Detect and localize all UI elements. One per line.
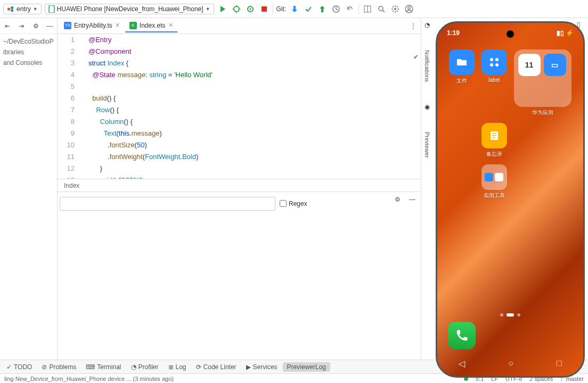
git-commit-icon[interactable]: [303, 4, 314, 14]
run-button[interactable]: [217, 4, 228, 14]
svg-point-9: [379, 6, 383, 11]
svg-point-12: [408, 6, 411, 9]
breadcrumb[interactable]: Index: [58, 179, 421, 192]
expand-icon[interactable]: ⇥: [16, 21, 27, 31]
phone-app-files[interactable]: 文件: [447, 49, 477, 116]
svg-point-15: [490, 63, 493, 66]
git-label: Git:: [276, 5, 287, 13]
gear-icon[interactable]: ⚙: [392, 194, 403, 205]
svg-point-16: [495, 63, 499, 66]
tab-menu-icon[interactable]: ⋮: [408, 21, 419, 31]
project-consoles[interactable]: and Consoles: [0, 57, 57, 68]
close-icon[interactable]: ✕: [168, 22, 173, 29]
minimize-icon[interactable]: —: [44, 21, 55, 31]
tab-label: EntryAbility.ts: [74, 22, 112, 29]
phone-dock-call[interactable]: [448, 322, 476, 349]
bell-icon[interactable]: ◔: [424, 21, 430, 29]
tab-index[interactable]: E Index.ets ✕: [125, 20, 177, 32]
recent-key-icon[interactable]: □: [557, 359, 562, 369]
search-icon[interactable]: [376, 4, 387, 14]
notifications-tab[interactable]: Notifications: [424, 50, 430, 82]
tool-todo[interactable]: ✓TODO: [2, 362, 36, 372]
right-tool-rail: ◔ Notifications ◉ Previewer: [421, 18, 432, 360]
collapse-icon[interactable]: ⇤: [2, 21, 13, 31]
inspection-ok-icon: ✔: [413, 53, 419, 61]
revert-icon[interactable]: [345, 4, 355, 14]
tab-label: Index.ets: [140, 22, 166, 29]
caret-down-icon: ▼: [206, 6, 210, 12]
profile-icon[interactable]: [404, 4, 414, 14]
tool-services[interactable]: ▶Services: [242, 362, 282, 372]
tab-entryability[interactable]: TS EntryAbility.ts ✕: [60, 20, 124, 32]
phone-time: 1:19: [447, 29, 460, 37]
phone-app-utilities[interactable]: 实用工具: [479, 164, 510, 199]
svg-point-2: [11, 9, 13, 12]
coverage-button[interactable]: [245, 4, 256, 14]
search-input[interactable]: [60, 197, 275, 211]
home-key-icon[interactable]: ○: [508, 359, 513, 369]
tool-previewerlog[interactable]: PreviewerLog: [283, 362, 330, 372]
svg-point-14: [495, 58, 499, 61]
project-pane: ⇤ ⇥ ⚙ — ~/DevEcoStudioP ibraries and Con…: [0, 18, 58, 360]
svg-rect-6: [262, 6, 267, 12]
svg-rect-3: [49, 5, 54, 13]
device-selector[interactable]: HUAWEI Phone [NewDevice_from_Huawei_Phon…: [45, 4, 214, 14]
close-icon[interactable]: ✕: [115, 22, 120, 29]
main-toolbar: entry ▼ HUAWEI Phone [NewDevice_from_Hua…: [0, 0, 588, 18]
phone-app-notes[interactable]: 备忘录: [479, 123, 510, 158]
breadcrumb-item: Index: [64, 182, 79, 189]
device-name: HUAWEI Phone [NewDevice_from_Huawei_Phon…: [57, 5, 203, 13]
regex-checkbox[interactable]: Regex: [280, 200, 307, 207]
phone-nav-keys[interactable]: ◁ ○ □: [437, 359, 583, 369]
gear-icon[interactable]: ⚙: [30, 21, 41, 31]
eye-icon[interactable]: ◉: [424, 103, 430, 111]
tool-log[interactable]: ≣Log: [164, 362, 191, 372]
tool-problems[interactable]: ⊘Problems: [37, 362, 80, 372]
regex-label: Regex: [289, 200, 307, 207]
project-libraries[interactable]: ibraries: [0, 47, 57, 57]
code-editor[interactable]: ✔ 1@Entry 2@Component 3struct Index { 4 …: [58, 34, 421, 179]
editor-tabs: TS EntryAbility.ts ✕ E Index.ets ✕ ⋮: [58, 18, 421, 34]
settings-icon[interactable]: [390, 4, 401, 14]
module-selector[interactable]: entry ▼: [3, 4, 42, 14]
phone-app-label[interactable]: label: [479, 49, 510, 116]
stop-button[interactable]: [259, 4, 270, 14]
ets-file-icon: E: [129, 22, 137, 29]
phone-folder-huawei[interactable]: 11 ▭ 华为应用: [511, 49, 574, 116]
status-message: ting New_Device_from_Huawei_Phone device…: [4, 376, 174, 382]
previewer-tab[interactable]: Previewer: [424, 132, 430, 158]
phone-screen[interactable]: 1:19 ▮▯ ⚡ 文件 label 11 ▭ 华为应用: [436, 21, 585, 378]
svg-point-0: [7, 7, 10, 10]
phone-battery-icon: ▮▯ ⚡: [557, 29, 574, 37]
project-root[interactable]: ~/DevEcoStudioP: [0, 36, 57, 47]
svg-point-1: [11, 6, 13, 9]
tool-profiler[interactable]: ◔Profiler: [127, 362, 163, 372]
minimize-icon[interactable]: —: [407, 194, 418, 205]
page-indicator: [437, 313, 583, 317]
caret-down-icon: ▼: [33, 6, 38, 12]
device-preview: ⇩ ⤴ ☆ ▯ 1:19 ▮▯ ⚡ 文件 label: [432, 18, 588, 360]
svg-point-10: [394, 8, 396, 10]
ts-file-icon: TS: [64, 22, 71, 29]
tool-terminal[interactable]: ⌨Terminal: [81, 362, 125, 372]
layout-icon[interactable]: [362, 4, 373, 14]
module-name: entry: [17, 5, 31, 13]
tool-codelinter[interactable]: ⟳Code Linter: [192, 362, 241, 372]
tool-window-body: [58, 215, 421, 360]
git-pull-icon[interactable]: [289, 4, 300, 14]
git-push-icon[interactable]: [317, 4, 328, 14]
history-icon[interactable]: [331, 4, 341, 14]
back-key-icon[interactable]: ◁: [459, 359, 465, 369]
debug-button[interactable]: [231, 4, 242, 14]
find-panel: ⚙ — Regex: [58, 192, 421, 215]
svg-point-4: [234, 6, 239, 12]
svg-point-13: [490, 58, 493, 61]
